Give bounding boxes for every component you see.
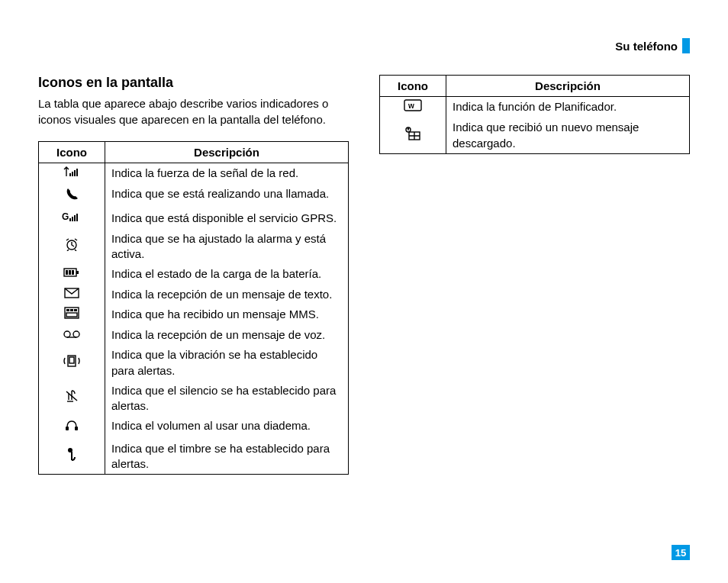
sms-icon [39,285,105,304]
planner-icon: w [380,97,446,118]
table-row: Indica que se ha ajustado la alarma y es… [39,229,349,265]
table-row: Indica el volumen al usar una diadema. [39,416,349,438]
table-row: Indica que ha recibido un mensaje MMS. [39,304,349,325]
signal-icon [39,163,105,185]
svg-rect-6 [72,217,73,221]
intro-text: La tabla que aparece abajo describe vari… [38,95,349,127]
call-icon [39,184,105,208]
mms-icon [39,304,105,325]
icon-description: Indica que el timbre se ha establecido p… [105,439,349,475]
icon-description: Indica la recepción de un mensaje de voz… [105,325,349,345]
svg-rect-24 [69,357,74,363]
svg-rect-5 [69,218,71,221]
icon-description: Indica el volumen al usar una diadema. [105,416,349,438]
icon-description: Indica que se está realizando una llamad… [105,184,349,208]
svg-rect-14 [72,270,74,275]
svg-rect-1 [72,172,73,176]
page-number: 15 [672,545,690,560]
svg-rect-17 [66,309,69,311]
svg-rect-8 [76,214,78,221]
table-row: Indica que la vibración se ha establecid… [39,345,349,381]
icon-description: Indica el estado de la carga de la bater… [105,264,349,284]
svg-point-22 [73,331,79,337]
th-icon: Icono [39,142,105,163]
headset-icon [39,416,105,438]
right-column: Icono Descripción wIndica la función de … [379,75,690,475]
svg-rect-12 [66,270,68,275]
th-icon: Icono [380,76,446,97]
table-row: Indica que recibió un nuevo mensaje desc… [380,118,690,153]
icon-description: Indica que el silencio se ha establecido… [105,381,349,417]
ringer-icon [39,439,105,475]
icon-description: Indica que está disponible el servicio G… [105,208,349,229]
running-header: Su teléfono [38,38,690,53]
svg-rect-11 [76,271,79,274]
svg-rect-3 [76,169,78,176]
svg-point-21 [64,331,70,337]
icon-description: Indica la fuerza de la señal de la red. [105,163,349,185]
svg-text:G: G [62,211,69,222]
table-row: Indica que el timbre se ha establecido p… [39,439,349,475]
icon-description: Indica la recepción de un mensaje de tex… [105,285,349,304]
icon-description: Indica que se ha ajustado la alarma y es… [105,229,349,265]
table-row: Indica la recepción de un mensaje de voz… [39,325,349,345]
icon-description: Indica la función de Planificador. [446,97,690,118]
th-desc: Descripción [105,142,349,163]
table-row: Indica que se está realizando una llamad… [39,184,349,208]
svg-rect-7 [74,215,76,221]
svg-rect-0 [69,173,71,176]
svg-rect-2 [74,170,76,176]
th-desc: Descripción [446,76,690,97]
icon-table-left: Icono Descripción Indica la fuerza de la… [38,141,349,475]
svg-rect-19 [74,309,77,311]
silent-icon [39,381,105,417]
svg-rect-26 [75,427,78,430]
voicemail-icon [39,325,105,345]
svg-text:w: w [407,101,414,110]
download-icon [380,118,446,153]
icon-description: Indica que la vibración se ha establecid… [105,345,349,381]
icon-table-right: Icono Descripción wIndica la función de … [379,75,690,154]
svg-rect-20 [66,313,77,317]
gprs-icon: G [39,208,105,229]
header-accent-block [682,38,690,53]
table-row: Indica la recepción de un mensaje de tex… [39,285,349,304]
left-column: Iconos en la pantalla La tabla que apare… [38,75,349,475]
table-row: GIndica que está disponible el servicio … [39,208,349,229]
vibrate-icon [39,345,105,381]
icon-description: Indica que ha recibido un mensaje MMS. [105,304,349,325]
table-row: Indica que el silencio se ha establecido… [39,381,349,417]
svg-rect-13 [69,270,71,275]
table-row: Indica la fuerza de la señal de la red. [39,163,349,185]
battery-icon [39,264,105,284]
alarm-icon [39,229,105,265]
section-label: Su teléfono [615,40,678,53]
subheading: Iconos en la pantalla [38,75,349,91]
table-row: wIndica la función de Planificador. [380,97,690,118]
table-row: Indica el estado de la carga de la bater… [39,264,349,284]
svg-rect-25 [66,427,69,430]
icon-description: Indica que recibió un nuevo mensaje desc… [446,118,690,153]
svg-rect-18 [70,309,73,311]
